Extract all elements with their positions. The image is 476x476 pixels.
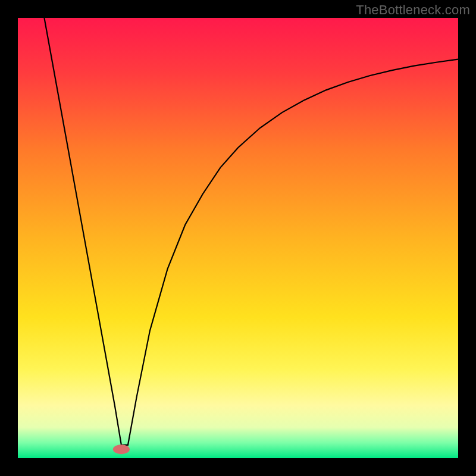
bottleneck-chart — [0, 0, 476, 476]
chart-frame: TheBottleneck.com — [0, 0, 476, 476]
optimal-point-marker — [113, 444, 130, 454]
